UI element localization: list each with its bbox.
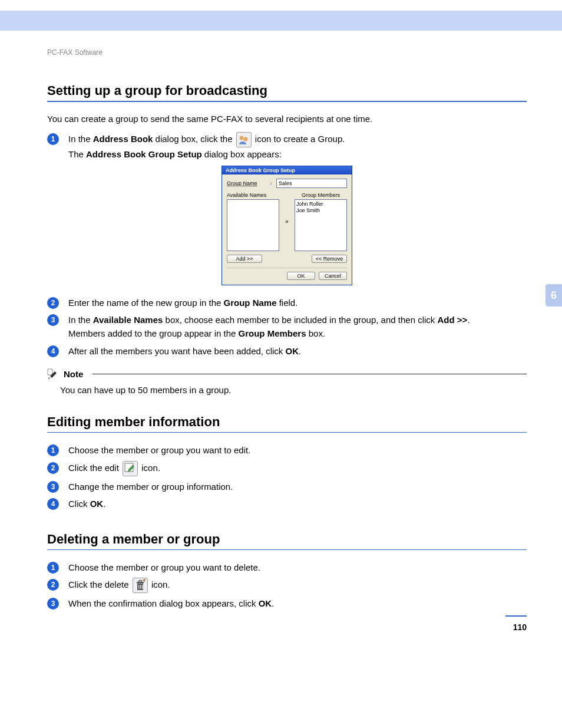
step-badge: 1 (47, 562, 59, 574)
section3-step3: 3 When the confirmation dialog box appea… (47, 597, 527, 610)
group-setup-dialog: Address Book Group Setup Group Name Avai… (222, 166, 352, 285)
step-badge: 1 (47, 444, 59, 456)
section2-step1: 1 Choose the member or group you want to… (47, 443, 527, 457)
text: After all the members you want have been… (68, 346, 286, 356)
text: dialog box, click the (153, 134, 234, 144)
bold-text: Add >> (438, 315, 468, 325)
bold-text: Group Members (239, 328, 306, 338)
step-badge: 2 (47, 462, 59, 474)
page-number-rule (505, 615, 527, 617)
section2-title: Editing member information (47, 414, 527, 430)
step-badge: 4 (47, 345, 59, 357)
ok-button[interactable]: OK (287, 272, 315, 280)
svg-rect-10 (137, 582, 144, 584)
bold-text: Available Names (93, 315, 163, 325)
available-names-listbox[interactable] (227, 199, 279, 251)
svg-rect-4 (48, 369, 52, 375)
group-members-listbox[interactable]: John Roller Joe Smith (295, 199, 347, 251)
text: box. (306, 328, 326, 338)
svg-point-2 (270, 182, 271, 183)
svg-point-3 (271, 183, 272, 184)
section1-step4: 4 After all the members you want have be… (47, 344, 527, 358)
svg-rect-7 (138, 585, 140, 589)
top-decorative-band (0, 0, 562, 31)
step-badge: 4 (47, 498, 59, 510)
note-body: You can have up to 50 members in a group… (60, 384, 527, 397)
note: Note You can have up to 50 members in a … (47, 368, 527, 397)
breadcrumb: PC-FAX Software (47, 48, 527, 57)
group-members-label: Group Members (295, 192, 347, 198)
text: icon to create a Group. (253, 134, 345, 144)
step-badge: 2 (47, 297, 59, 309)
section3-step1: 1 Choose the member or group you want to… (47, 561, 527, 574)
section3-step2: 2 Click the delete icon. (47, 578, 527, 593)
bold-text: Address Book Group Setup (86, 149, 202, 159)
delete-icon (133, 578, 148, 593)
text: . (467, 315, 470, 325)
text: Change the member or group information. (68, 480, 527, 493)
text: Enter the name of the new group in the (68, 298, 224, 308)
text: . (272, 598, 274, 608)
dialog-titlebar: Address Book Group Setup (222, 166, 352, 174)
group-name-label: Group Name (227, 180, 266, 186)
svg-rect-9 (142, 585, 143, 589)
section1-step1: 1 In the Address Book dialog box, click … (47, 132, 527, 161)
bold-text: Address Book (93, 134, 153, 144)
note-rule (92, 374, 527, 374)
page-number: 110 (513, 622, 527, 632)
bold-text: OK (90, 499, 104, 509)
step-badge: 3 (47, 481, 59, 493)
text: When the confirmation dialog box appears… (68, 598, 259, 608)
step-badge: 3 (47, 314, 59, 326)
bold-text: Group Name (224, 298, 277, 308)
note-title: Note (64, 369, 83, 379)
group-icon (269, 178, 273, 189)
text: box, choose each member to be included i… (163, 315, 437, 325)
text: Members added to the group appear in the (68, 328, 239, 338)
step-badge: 2 (47, 579, 59, 591)
text: Choose the member or group you want to e… (68, 443, 527, 457)
remove-button[interactable]: << Remove (312, 255, 347, 263)
svg-point-1 (243, 137, 247, 141)
text: The (68, 149, 86, 159)
text: field. (277, 298, 298, 308)
section2-rule (47, 432, 527, 433)
text: . (299, 346, 301, 356)
section2-step4: 4 Click OK. (47, 497, 527, 510)
text: In the (68, 134, 93, 144)
section1-step2: 2 Enter the name of the new group in the… (47, 296, 527, 309)
step-badge: 3 (47, 598, 59, 610)
edit-icon (123, 461, 138, 476)
available-names-label: Available Names (227, 192, 279, 198)
section3-title: Deleting a member or group (47, 532, 527, 547)
section1-step3: 3 In the Available Names box, choose eac… (47, 313, 527, 341)
group-toolbar-icon (236, 132, 252, 147)
section2-step3: 3 Change the member or group information… (47, 480, 527, 493)
text: Click (68, 499, 90, 509)
text: dialog box appears: (202, 149, 282, 159)
text: Choose the member or group you want to d… (68, 561, 527, 574)
text: . (103, 499, 105, 509)
bold-text: OK (259, 598, 272, 608)
text: Click the edit (68, 463, 121, 473)
move-right-button[interactable]: » (283, 218, 291, 226)
svg-rect-8 (140, 585, 141, 589)
add-button[interactable]: Add >> (227, 255, 262, 263)
step-badge: 1 (47, 133, 59, 145)
text: In the (68, 315, 93, 325)
bold-text: OK (286, 346, 299, 356)
text: Click the delete (68, 579, 131, 589)
section1-intro: You can create a group to send the same … (47, 113, 527, 126)
text: icon. (149, 579, 170, 589)
section1-rule (47, 101, 527, 102)
svg-point-0 (239, 136, 243, 140)
section2-step2: 2 Click the edit icon. (47, 461, 527, 476)
group-name-input[interactable] (276, 179, 347, 188)
text: icon. (139, 463, 160, 473)
cancel-button[interactable]: Cancel (319, 272, 347, 280)
chapter-tab: 6 (546, 284, 562, 307)
section1-title: Setting up a group for broadcasting (47, 83, 527, 98)
note-pencil-icon (47, 368, 59, 380)
section3-rule (47, 549, 527, 550)
